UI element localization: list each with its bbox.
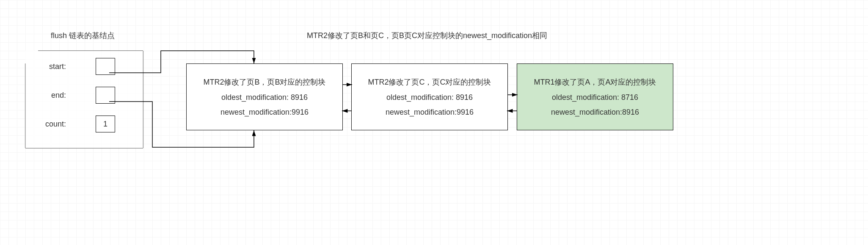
block-c-oldest: oldest_modification: 8916 xyxy=(386,93,473,102)
block-a-oldest: oldest_modification: 8716 xyxy=(552,93,638,102)
base-count-row: count: 1 xyxy=(25,111,143,137)
mtr2-explain-label: MTR2修改了页B和页C，页B页C对应控制块的newest_modificati… xyxy=(307,30,547,41)
control-block-page-b: MTR2修改了页B，页B对应的控制块 oldest_modification: … xyxy=(186,63,343,130)
control-block-page-a: MTR1修改了页A，页A对应的控制块 oldest_modification: … xyxy=(517,63,673,130)
block-b-title: MTR2修改了页B，页B对应的控制块 xyxy=(203,77,325,87)
base-start-row: start: xyxy=(25,53,143,80)
count-box: 1 xyxy=(96,116,115,132)
end-box xyxy=(96,87,115,104)
base-node: start: end: count: 1 xyxy=(25,51,143,148)
control-block-page-c: MTR2修改了页C，页C对应的控制块 oldest_modification: … xyxy=(351,63,508,130)
count-label: count: xyxy=(41,120,66,129)
block-c-newest: newest_modification:9916 xyxy=(386,108,474,117)
block-b-newest: newest_modification:9916 xyxy=(220,108,309,117)
base-end-row: end: xyxy=(25,82,143,108)
block-a-newest: newest_modification:8916 xyxy=(551,108,639,117)
block-a-title: MTR1修改了页A，页A对应的控制块 xyxy=(534,77,656,87)
flush-list-base-label: flush 链表的基结点 xyxy=(51,30,115,41)
start-box xyxy=(96,58,115,75)
block-b-oldest: oldest_modification: 8916 xyxy=(221,93,308,102)
end-label: end: xyxy=(41,91,66,100)
start-label: start: xyxy=(41,62,66,71)
block-c-title: MTR2修改了页C，页C对应的控制块 xyxy=(368,77,491,87)
